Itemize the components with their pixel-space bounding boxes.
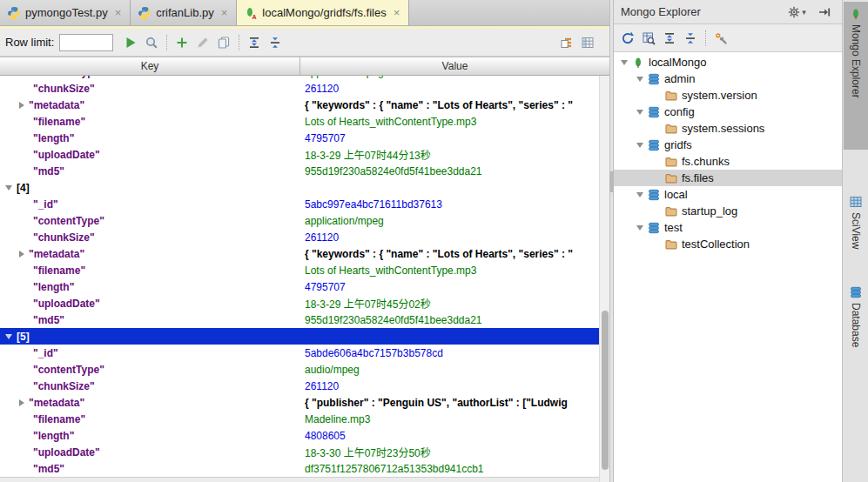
- ide-window: pymongoTest.py×crifanLib.py×AlocalMongo/…: [0, 0, 868, 482]
- field-key: "filename": [33, 116, 85, 128]
- edit-button[interactable]: [192, 32, 213, 53]
- collapse-all-button[interactable]: [265, 32, 286, 53]
- tree-item-gridfs[interactable]: gridfs: [614, 137, 842, 153]
- table-row[interactable]: "uploadDate"18-3-30 上午07时23分50秒: [0, 444, 599, 460]
- collapse-toggle-icon[interactable]: [636, 77, 643, 82]
- run-button[interactable]: [120, 32, 141, 53]
- tree-item-admin[interactable]: admin: [614, 70, 842, 87]
- table-row[interactable]: "chunkSize"261120: [0, 80, 599, 97]
- table-row[interactable]: "metadata"{ "keywords" : { "name" : "Lot…: [0, 245, 599, 262]
- tree-item-testcollection[interactable]: testCollection: [614, 236, 842, 252]
- key-cell: "filename": [0, 116, 300, 128]
- collapse-toggle-icon[interactable]: [5, 185, 12, 191]
- stripe-tab-database[interactable]: Database: [844, 280, 868, 376]
- tree-view-button[interactable]: [556, 32, 577, 53]
- key-cell: "uploadDate": [0, 446, 300, 459]
- vertical-scrollbar[interactable]: [599, 76, 609, 482]
- collapse-toggle-icon[interactable]: [636, 192, 643, 197]
- table-row[interactable]: "filename"Lots of Hearts_withContentType…: [0, 262, 599, 278]
- collapse-toggle-icon[interactable]: [636, 143, 643, 148]
- table-view-button[interactable]: [577, 32, 598, 53]
- table-row[interactable]: "md5"955d19f230a5824e0fd5f41bee3dda21: [0, 163, 599, 179]
- field-key: "contentType": [33, 76, 104, 78]
- key-cell: "filename": [0, 413, 300, 425]
- column-header-value[interactable]: Value: [300, 57, 609, 75]
- table-row[interactable]: "metadata"{ "publisher" : "Penguin US", …: [0, 394, 599, 411]
- collapse-all-button[interactable]: [680, 28, 701, 49]
- run-icon: [124, 36, 138, 50]
- expand-all-button[interactable]: [659, 28, 680, 49]
- collapse-toggle-icon[interactable]: [636, 225, 643, 231]
- copy-button[interactable]: [213, 32, 234, 53]
- editor-tab-bar: pymongoTest.py×crifanLib.py×AlocalMongo/…: [0, 0, 614, 26]
- table-row[interactable]: "md5"df3751f1257806712a51353bd941ccb1: [0, 460, 599, 477]
- table-row[interactable]: "filename"Lots of Hearts_withContentType…: [0, 113, 599, 130]
- results-toolbar: Row limit:: [0, 29, 614, 57]
- value-cell: Madeline.mp3: [300, 413, 599, 425]
- settings-button[interactable]: [710, 28, 731, 49]
- value-cell: application/mpeg: [300, 76, 599, 78]
- table-row[interactable]: "uploadDate"18-3-29 上午07时44分13秒: [0, 146, 599, 163]
- refresh-button[interactable]: [617, 28, 638, 49]
- key-cell: "metadata": [0, 397, 300, 409]
- tree-item-label: testCollection: [682, 238, 750, 251]
- tree-item-system-version[interactable]: system.version: [614, 87, 842, 104]
- table-row[interactable]: "md5"955d19f230a5824e0fd5f41bee3dda21: [0, 311, 599, 328]
- gear-button[interactable]: ▾: [786, 2, 807, 23]
- row-limit-input[interactable]: [59, 34, 113, 51]
- collapse-toggle-icon[interactable]: [636, 110, 643, 115]
- editor-tab-crifanlib-py[interactable]: crifanLib.py×: [131, 0, 237, 25]
- table-row[interactable]: [5]: [0, 328, 599, 345]
- key-cell: "chunkSize": [0, 380, 300, 392]
- hide-icon: [818, 5, 831, 19]
- tree-item-label: gridfs: [664, 138, 692, 151]
- table-row[interactable]: "_id"5abde606a4bc7157b3b578cd: [0, 345, 599, 361]
- tree-item-test[interactable]: test: [614, 219, 842, 236]
- tree-item-fs-chunks[interactable]: fs.chunks: [614, 153, 842, 170]
- table-row[interactable]: [4]: [0, 179, 599, 196]
- table-row[interactable]: "chunkSize"261120: [0, 229, 599, 245]
- table-row[interactable]: "filename"Madeline.mp3: [0, 411, 599, 427]
- tree-item-startup-log[interactable]: startup_log: [614, 203, 842, 219]
- column-header-key[interactable]: Key: [0, 57, 300, 75]
- collapse-toggle-icon[interactable]: [621, 60, 628, 65]
- tree-item-localmongo[interactable]: localMongo: [614, 54, 842, 70]
- scrollbar-thumb[interactable]: [602, 311, 609, 470]
- query-button[interactable]: [638, 28, 659, 49]
- tree-item-local[interactable]: local: [614, 186, 842, 203]
- editor-tab-pymongotest-py[interactable]: pymongoTest.py×: [0, 0, 131, 25]
- stripe-tab-mongo-explorer[interactable]: Mongo Explorer: [844, 2, 868, 150]
- editor-tab-localmongo-gridfs-fs-files[interactable]: AlocalMongo/gridfs/fs.files×: [237, 0, 409, 25]
- chevron-down-icon: ▾: [802, 8, 806, 17]
- table-row[interactable]: "length"4808605: [0, 427, 599, 444]
- close-icon[interactable]: ×: [115, 6, 122, 19]
- stripe-tab-sciview[interactable]: SciView: [844, 190, 868, 266]
- expand-toggle-icon[interactable]: [19, 102, 24, 109]
- expand-toggle-icon[interactable]: [19, 399, 24, 406]
- collapse-toggle-icon[interactable]: [5, 334, 12, 339]
- key-cell: "length": [0, 430, 300, 442]
- table-row[interactable]: "_id"5abc997ea4bc71611bd37613: [0, 196, 599, 212]
- add-button[interactable]: [172, 32, 192, 53]
- tree-item-label: system.sessions: [682, 122, 764, 135]
- search-button[interactable]: [141, 32, 162, 53]
- hide-button[interactable]: [814, 2, 835, 23]
- table-row[interactable]: "contentType"audio/mpeg: [0, 361, 599, 378]
- toolbar-divider: [166, 35, 167, 50]
- expand-all-button[interactable]: [244, 32, 265, 53]
- table-row[interactable]: "contentType"application/mpeg: [0, 212, 599, 229]
- value-cell: 18-3-29 上午07时45分02秒: [300, 296, 599, 311]
- stripe-tab-label: SciView: [850, 212, 862, 249]
- table-row[interactable]: "length"4795707: [0, 278, 599, 295]
- table-row[interactable]: "chunkSize"261120: [0, 378, 599, 394]
- tree-item-config[interactable]: config: [614, 104, 842, 120]
- tree-item-fs-files[interactable]: fs.files: [614, 170, 842, 186]
- table-row[interactable]: "length"4795707: [0, 130, 599, 146]
- folder-icon: [664, 155, 678, 169]
- close-icon[interactable]: ×: [394, 6, 400, 19]
- table-row[interactable]: "uploadDate"18-3-29 上午07时45分02秒: [0, 295, 599, 311]
- table-row[interactable]: "metadata"{ "keywords" : { "name" : "Lot…: [0, 97, 599, 113]
- expand-toggle-icon[interactable]: [19, 251, 24, 258]
- close-icon[interactable]: ×: [221, 6, 228, 19]
- tree-item-system-sessions[interactable]: system.sessions: [614, 120, 842, 137]
